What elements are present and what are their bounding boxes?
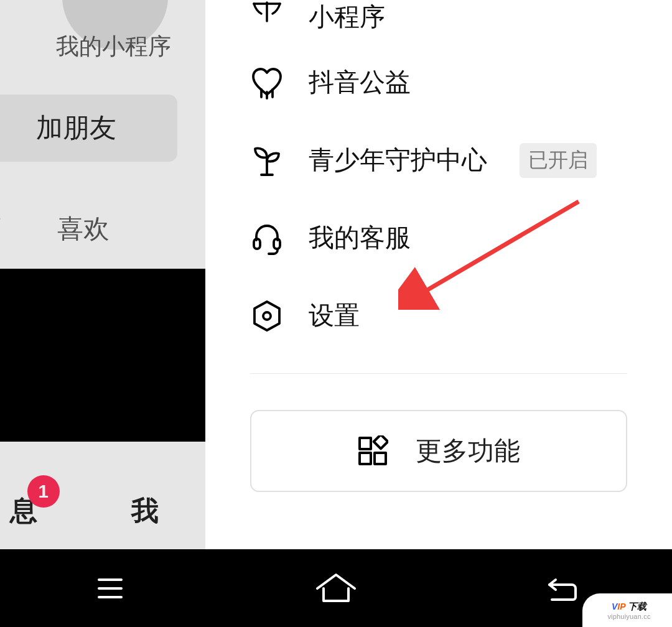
watermark-url: viphuiyuan.cc [607,613,650,620]
profile-background: 我的小程序 加朋友 藏 喜欢 息 1 我 [0,0,205,549]
menu-label: 抖音公益 [309,65,411,100]
menu-label: 设置 [309,299,360,333]
tab-me[interactable]: 我 [131,493,159,529]
tab-likes[interactable]: 喜欢 [57,211,110,246]
more-features-button[interactable]: 更多功能 [250,410,627,492]
watermark-logo: VIP 下载 [612,601,646,613]
headset-icon [250,221,284,255]
more-features-label: 更多功能 [416,434,520,468]
menu-item-charity[interactable]: 抖音公益 [205,44,672,121]
side-drawer: 小程序 抖音公益 青少年守护中心 已开启 [205,0,672,549]
tab-favorites[interactable]: 藏 [0,211,1,246]
menu-item-customer-service[interactable]: 我的客服 [205,199,672,277]
svg-marker-8 [254,302,279,330]
status-tag-enabled: 已开启 [520,143,597,178]
watermark: VIP 下载 viphuiyuan.cc [582,593,672,627]
nav-back-icon[interactable] [544,571,579,606]
heart-charity-icon [250,66,284,100]
drawer-menu-list: 小程序 抖音公益 青少年守护中心 已开启 [205,0,672,355]
video-thumbnail[interactable] [0,269,205,442]
svg-rect-13 [374,435,388,448]
menu-label: 小程序 [309,0,385,34]
svg-rect-11 [360,453,371,464]
nav-menu-icon[interactable] [93,571,128,606]
svg-point-9 [263,312,271,320]
my-miniprogram-label[interactable]: 我的小程序 [0,31,227,62]
menu-item-youth-protection[interactable]: 青少年守护中心 已开启 [205,121,672,199]
svg-rect-12 [375,453,386,464]
messages-badge: 1 [27,475,60,508]
menu-label: 青少年守护中心 [309,143,487,177]
divider [250,373,627,374]
menu-item-miniprogram[interactable]: 小程序 [205,0,672,44]
profile-tabs: 藏 喜欢 [0,211,110,246]
nav-home-icon[interactable] [314,571,358,606]
menu-item-settings[interactable]: 设置 [205,277,672,355]
system-navbar [0,549,672,627]
add-friend-button[interactable]: 加朋友 [0,95,177,162]
tab-messages[interactable]: 息 1 [10,493,37,529]
app-bottom-tabs: 息 1 我 [0,473,205,549]
settings-icon [250,299,284,333]
sprout-icon [250,144,284,177]
menu-label: 我的客服 [309,221,411,255]
miniprogram-icon [250,0,284,34]
svg-rect-10 [360,438,371,449]
grid-more-icon [357,435,388,467]
